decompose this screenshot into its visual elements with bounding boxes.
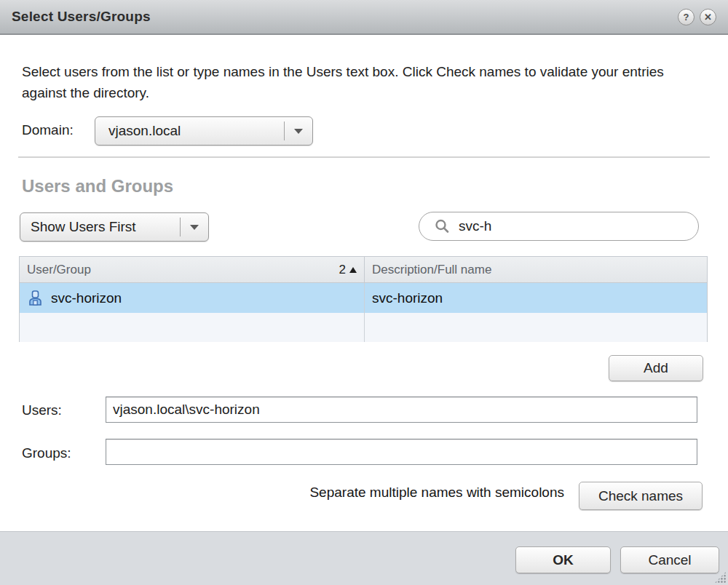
table-row[interactable]: svc-horizon svc-horizon [20,283,707,313]
chevron-down-icon [285,129,312,134]
show-users-first-dropdown[interactable]: Show Users First [20,212,209,242]
domain-label: Domain: [22,122,74,138]
column-header-label: Description/Full name [372,263,491,277]
search-icon [434,218,450,234]
empty-cell [20,313,365,342]
titlebar-buttons: ? ✕ [678,9,716,25]
search-input[interactable] [459,218,689,234]
check-names-button[interactable]: Check names [579,482,703,510]
sort-ascending-icon [349,267,357,273]
select-users-groups-dialog: Select Users/Groups ? ✕ Select users fro… [0,0,728,585]
groups-label: Groups: [22,445,71,461]
sort-count: 2 [339,263,346,277]
cancel-button[interactable]: Cancel [620,546,719,573]
dialog-footer [0,531,728,585]
user-icon [28,290,42,306]
close-icon[interactable]: ✕ [700,9,716,25]
table-empty-row [20,313,707,342]
add-button[interactable]: Add [609,355,703,381]
users-field[interactable] [106,397,697,423]
domain-dropdown-value: vjason.local [95,123,284,139]
chevron-down-icon [181,225,208,230]
users-groups-heading: Users and Groups [22,176,173,196]
user-group-name: svc-horizon [51,290,122,306]
users-groups-table: User/Group 2 Description/Full name svc-h… [19,256,708,342]
user-group-cell: svc-horizon [20,283,365,313]
domain-dropdown[interactable]: vjason.local [95,116,313,146]
column-header-user-group[interactable]: User/Group 2 [20,257,365,282]
description-text: svc-horizon [372,290,443,306]
search-box[interactable] [419,212,699,241]
column-header-description[interactable]: Description/Full name [365,257,707,282]
groups-field[interactable] [106,439,697,465]
empty-cell [365,313,707,342]
section-separator [18,156,710,158]
semicolons-hint: Separate multiple names with semicolons [309,485,564,501]
ok-button[interactable]: OK [515,546,611,573]
help-icon[interactable]: ? [678,9,695,25]
titlebar: Select Users/Groups ? ✕ [0,0,728,35]
users-label: Users: [22,402,62,418]
table-header-row: User/Group 2 Description/Full name [20,257,707,283]
sort-indicator: 2 [339,263,357,277]
instructions-text: Select users from the list or type names… [22,61,703,103]
column-header-label: User/Group [27,263,91,277]
dialog-title: Select Users/Groups [12,9,151,25]
description-cell: svc-horizon [365,283,707,313]
filter-dropdown-value: Show Users First [20,219,180,235]
